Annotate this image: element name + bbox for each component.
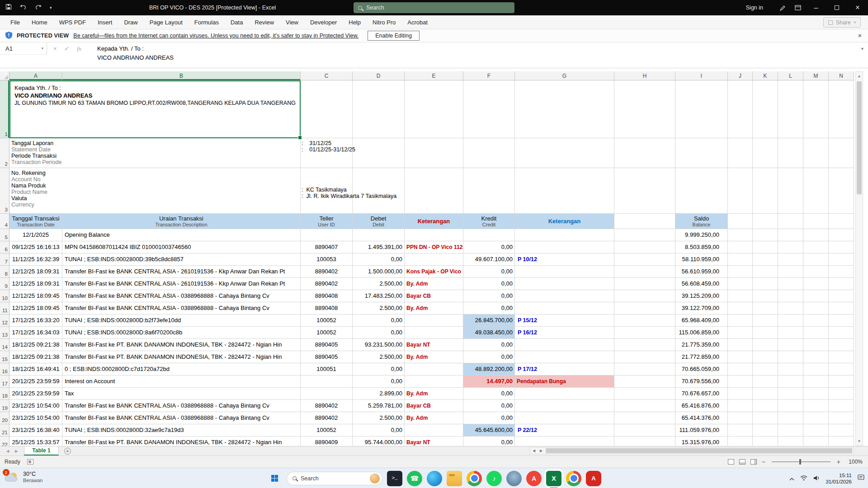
cell[interactable] <box>405 80 463 138</box>
cell-debit[interactable]: 0,00 <box>353 375 405 388</box>
cell[interactable] <box>728 339 753 351</box>
cell[interactable] <box>803 241 829 253</box>
cell-balance[interactable]: 15.315.976,00 <box>675 436 728 446</box>
cell-date[interactable]: 12/12/25 18:09:31 <box>9 266 62 278</box>
cell[interactable] <box>353 138 405 168</box>
cell[interactable] <box>753 400 778 412</box>
cell-credit-note[interactable]: Pendapatan Bunga <box>515 375 614 388</box>
cell[interactable] <box>614 278 675 290</box>
cell-teller[interactable]: 8890408 <box>301 290 353 302</box>
notification-center-icon[interactable] <box>858 474 864 483</box>
cell[interactable] <box>829 302 854 314</box>
row-header-12[interactable]: 12 <box>0 314 9 327</box>
zoom-slider[interactable] <box>772 461 830 462</box>
cell[interactable] <box>778 339 803 351</box>
cell-credit[interactable]: 49.607.100,00 <box>463 253 515 266</box>
cell-description[interactable]: TUNAI ; ESB:INDS:0002800D:b2f73efe10dd <box>62 314 301 327</box>
column-header-B[interactable]: B <box>62 71 301 80</box>
volume-icon[interactable] <box>813 474 820 483</box>
row-header-5[interactable]: 5 <box>0 229 9 241</box>
cell-teller[interactable]: 100052 <box>301 314 353 327</box>
cell-date[interactable]: 11/12/25 16:32:39 <box>9 253 62 266</box>
cell-description[interactable]: Transfer BI-Fast ke BANK CENTRAL ASIA - … <box>62 266 301 278</box>
cell-teller[interactable]: 8890402 <box>301 412 353 424</box>
app-blue-taskbar-icon[interactable] <box>506 471 522 486</box>
cell[interactable] <box>778 253 803 266</box>
cell[interactable] <box>803 290 829 302</box>
cell-debit-note[interactable]: Kons Pajak - OP Vico 1125 <box>405 266 463 278</box>
cell[interactable] <box>829 327 854 339</box>
cell-date[interactable]: 20/12/25 23:59:59 <box>9 388 62 400</box>
cell-debit[interactable]: 2.899,00 <box>353 388 405 400</box>
cell[interactable] <box>614 412 675 424</box>
cell[interactable] <box>778 302 803 314</box>
cell[interactable] <box>728 168 753 214</box>
cell[interactable] <box>728 302 753 314</box>
cell-teller[interactable]: 100051 <box>301 363 353 375</box>
row-header-20[interactable]: 20 <box>0 412 9 424</box>
cell-balance[interactable]: 70.665.059,00 <box>675 363 728 375</box>
cell-debit-note[interactable]: PPN DN - OP Vico 1125 <box>405 241 463 253</box>
cell-description[interactable]: Opening Balance <box>62 229 301 241</box>
cell[interactable] <box>803 214 829 229</box>
cell-credit-note[interactable]: P 15/12 <box>515 314 614 327</box>
cell-balance[interactable]: 70.679.556,00 <box>675 375 728 388</box>
cell[interactable] <box>778 400 803 412</box>
cell-credit[interactable]: 26.845.700,00 <box>463 314 515 327</box>
cell[interactable] <box>614 339 675 351</box>
ribbon-tab-home[interactable]: Home <box>26 15 53 29</box>
cell-date[interactable]: 18/12/25 09:21:38 <box>9 351 62 363</box>
ribbon-tab-view[interactable]: View <box>280 15 304 29</box>
cell[interactable] <box>803 327 829 339</box>
cell-debit[interactable]: 0,00 <box>353 253 405 266</box>
cell[interactable] <box>829 266 854 278</box>
cell-description[interactable]: Interest on Account <box>62 375 301 388</box>
cell[interactable] <box>728 363 753 375</box>
wifi-icon[interactable] <box>800 474 807 483</box>
cell[interactable] <box>405 138 463 168</box>
ribbon-tab-file[interactable]: File <box>5 15 26 29</box>
cell[interactable] <box>829 253 854 266</box>
cell-debit[interactable]: 93.231.500,00 <box>353 339 405 351</box>
cell[interactable] <box>753 412 778 424</box>
cell-description[interactable]: MPN 041586087011424 IBIZ 010001003746560 <box>62 241 301 253</box>
close-button[interactable]: × <box>847 0 868 15</box>
cell-balance[interactable]: 111.059.976,00 <box>675 424 728 436</box>
cell[interactable] <box>829 290 854 302</box>
cell-date[interactable]: 18/12/25 09:21:38 <box>9 339 62 351</box>
column-header-A[interactable]: A <box>9 71 62 80</box>
cell-teller[interactable]: 8890402 <box>301 278 353 290</box>
cell[interactable] <box>803 388 829 400</box>
search-bar[interactable]: Search <box>354 2 514 13</box>
cell[interactable] <box>614 388 675 400</box>
cell[interactable] <box>463 80 515 138</box>
cell[interactable] <box>614 436 675 446</box>
cell-debit-note[interactable] <box>405 424 463 436</box>
cell-date[interactable]: 23/12/25 10:54:00 <box>9 400 62 412</box>
redo-icon[interactable] <box>35 4 42 12</box>
cell[interactable] <box>753 253 778 266</box>
cell[interactable] <box>753 168 778 214</box>
cell-date[interactable]: 17/12/25 16:33:20 <box>9 314 62 327</box>
cell[interactable] <box>803 412 829 424</box>
ribbon-tab-review[interactable]: Review <box>249 15 280 29</box>
cell-debit[interactable]: 1.495.391,00 <box>353 241 405 253</box>
cell-credit[interactable]: 0,00 <box>463 302 515 314</box>
cell[interactable] <box>728 388 753 400</box>
cell[interactable] <box>803 266 829 278</box>
cell[interactable] <box>728 278 753 290</box>
cell[interactable] <box>614 400 675 412</box>
table-header-keterangan[interactable]: Keterangan <box>515 214 614 229</box>
cell-debit[interactable]: 2.500,00 <box>353 412 405 424</box>
cell[interactable] <box>753 214 778 229</box>
cell-credit[interactable]: 0,00 <box>463 278 515 290</box>
row-header-17[interactable]: 17 <box>0 375 9 388</box>
cell-debit-note[interactable] <box>405 314 463 327</box>
cell[interactable] <box>728 327 753 339</box>
cell-description[interactable]: TUNAI ; ESB:INDS:0002800D:39b5c8dc8857 <box>62 253 301 266</box>
cell-date[interactable]: 12/12/25 18:09:45 <box>9 302 62 314</box>
cell[interactable] <box>829 241 854 253</box>
edge-taskbar-icon[interactable] <box>427 471 442 486</box>
column-header-C[interactable]: C <box>301 71 353 80</box>
chrome-2-taskbar-icon[interactable] <box>566 471 581 486</box>
